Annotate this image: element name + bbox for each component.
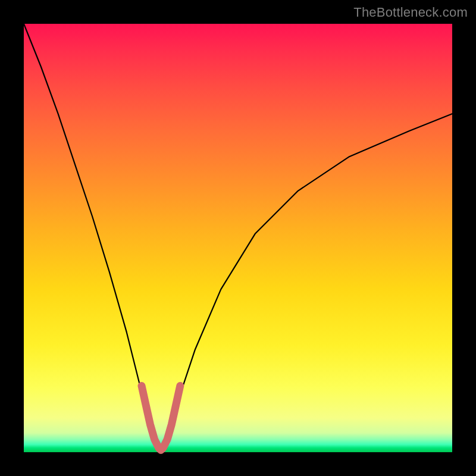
highlight-valley <box>142 386 180 450</box>
plot-area <box>24 24 452 452</box>
watermark-text: TheBottleneck.com <box>353 5 468 20</box>
curve-svg <box>24 24 452 452</box>
chart-frame: TheBottleneck.com <box>0 0 476 476</box>
bottleneck-curve <box>24 24 452 452</box>
